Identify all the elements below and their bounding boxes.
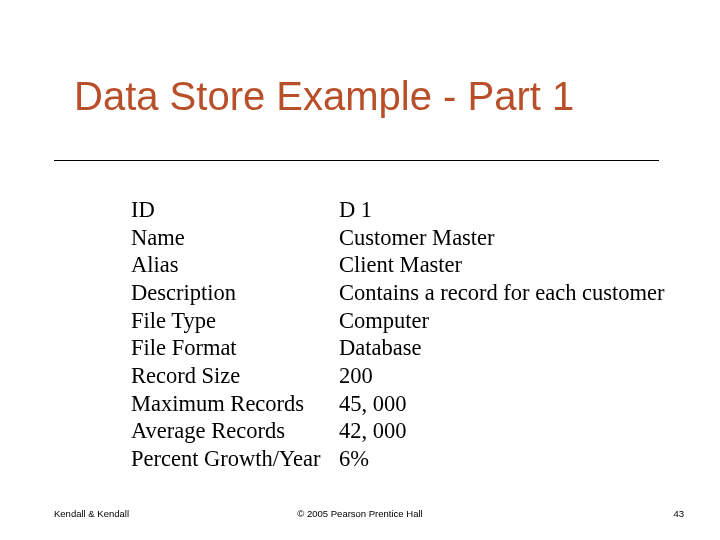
field-value: Client Master [339, 251, 462, 279]
slide: Data Store Example - Part 1 IDD 1 NameCu… [0, 0, 720, 540]
table-row: Percent Growth/Year6% [131, 445, 665, 473]
table-row: DescriptionContains a record for each cu… [131, 279, 665, 307]
field-label: Name [131, 224, 339, 252]
table-row: Record Size200 [131, 362, 665, 390]
data-store-table: IDD 1 NameCustomer Master AliasClient Ma… [131, 196, 665, 473]
field-label: Maximum Records [131, 390, 339, 418]
field-value: 200 [339, 362, 373, 390]
table-row: IDD 1 [131, 196, 665, 224]
table-row: Average Records42, 000 [131, 417, 665, 445]
slide-title: Data Store Example - Part 1 [74, 74, 574, 119]
field-label: Record Size [131, 362, 339, 390]
field-value: D 1 [339, 196, 372, 224]
title-underline [54, 160, 659, 161]
table-row: File TypeComputer [131, 307, 665, 335]
field-value: Contains a record for each customer [339, 279, 665, 307]
field-label: File Type [131, 307, 339, 335]
field-value: 45, 000 [339, 390, 407, 418]
footer-copyright: © 2005 Pearson Prentice Hall [0, 508, 720, 519]
table-row: AliasClient Master [131, 251, 665, 279]
field-label: Average Records [131, 417, 339, 445]
table-row: Maximum Records45, 000 [131, 390, 665, 418]
table-row: File FormatDatabase [131, 334, 665, 362]
field-value: 42, 000 [339, 417, 407, 445]
field-value: Computer [339, 307, 429, 335]
field-label: File Format [131, 334, 339, 362]
field-label: Alias [131, 251, 339, 279]
field-label: Percent Growth/Year [131, 445, 339, 473]
footer-page-number: 43 [673, 508, 684, 519]
field-label: ID [131, 196, 339, 224]
field-value: Database [339, 334, 421, 362]
field-value: 6% [339, 445, 369, 473]
field-label: Description [131, 279, 339, 307]
field-value: Customer Master [339, 224, 495, 252]
table-row: NameCustomer Master [131, 224, 665, 252]
